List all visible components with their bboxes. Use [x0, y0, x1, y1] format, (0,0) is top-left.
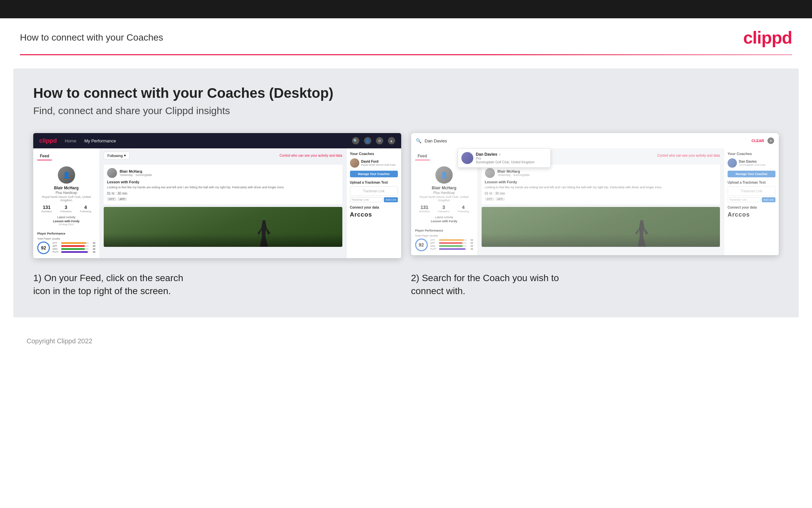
putt-label-1: PUTT — [52, 251, 60, 253]
stat-following-label-1: Following — [80, 210, 91, 213]
clear-btn-2[interactable]: CLEAR — [752, 139, 764, 143]
perf-bars-1: OTT 90 APP 85 — [52, 242, 95, 254]
upload-section-1: Upload a Trackman Test Trackman Link Tra… — [350, 181, 398, 202]
score-circle-1: 92 — [37, 242, 50, 254]
perf-bar-putt-1: PUTT 96 — [52, 251, 95, 253]
settings-icon-1[interactable]: ⚙ — [376, 137, 383, 144]
search-icon-1[interactable]: 🔍 — [352, 137, 359, 144]
app-logo-1: clippd — [39, 137, 57, 144]
app-body-wrapper-2: Dan Davies ✓ Pro Sunningdale Golf Club, … — [411, 149, 779, 255]
lesson-desc-1: Looking to feel like my hands are exitin… — [107, 185, 339, 189]
coach-entry-2: Dan Davies Sunningdale Golf Club — [727, 158, 775, 168]
add-link-row-1: Trackman Link Add Link — [350, 197, 398, 202]
lesson-title-1: Lesson with Fordy — [107, 180, 339, 184]
result-name-row-2: Dan Davies ✓ — [476, 152, 535, 157]
coach-info-2: Blair McHarg Yesterday · Sunningdale — [497, 169, 530, 177]
page-title: How to connect with your Coaches — [20, 32, 163, 43]
app-right-1: Your Coaches David Ford Royal North Devo… — [346, 149, 401, 258]
app-body-1: Feed 👤 Blair McHarg Plus Handicap Royal … — [33, 149, 401, 258]
result-info-2: Dan Davies ✓ Pro Sunningdale Golf Club, … — [476, 152, 535, 164]
arg-label-2: ARG — [430, 245, 438, 247]
coach-avatar-2 — [485, 168, 495, 178]
coach-entry-club-2: Sunningdale Golf Club — [739, 163, 765, 166]
search-icon-2: 🔍 — [416, 138, 422, 143]
result-club-2: Sunningdale Golf Club, United Kingdom — [476, 160, 535, 164]
control-link-1[interactable]: Control who can see your activity and da… — [280, 154, 342, 157]
copyright: Copyright Clippd 2022 — [27, 337, 92, 345]
stat-followers-val-2: 3 — [438, 205, 449, 210]
putt-val-1: 96 — [90, 251, 95, 253]
top-bar — [0, 0, 812, 18]
tag-app-2: APP — [495, 197, 505, 201]
stats-row-2: 131 Activities 3 Followers 4 — [415, 205, 473, 213]
app-header-icons-1: 🔍 👤 ⚙ ▲ — [352, 137, 395, 144]
coach-entry-1: David Ford Royal North Devon Golf Club — [350, 158, 398, 168]
ott-label-1: OTT — [52, 242, 60, 244]
stat-followers-1: 3 Followers — [60, 205, 71, 213]
sidebar-1: Feed 👤 Blair McHarg Plus Handicap Royal … — [33, 149, 100, 258]
manage-coaches-btn-1[interactable]: Manage Your Coaches — [350, 171, 398, 177]
close-btn-2[interactable]: ✕ — [767, 137, 774, 144]
lesson-duration-2: 01 hr : 30 min — [485, 192, 717, 195]
coach-entry-name-1: David Ford — [361, 160, 395, 163]
latest-activity-label-2: Latest Activity — [415, 216, 473, 219]
stat-followers-2: 3 Followers — [438, 205, 449, 213]
coach-card-sub-2: Yesterday · Sunningdale — [497, 173, 530, 177]
following-btn-1[interactable]: Following ▾ — [104, 152, 130, 159]
result-role-2: Pro — [476, 157, 535, 160]
result-item-2: Dan Davies ✓ Pro Sunningdale Golf Club, … — [461, 152, 547, 164]
add-link-btn-1[interactable]: Add Link — [384, 197, 397, 202]
nav-home-1: Home — [65, 138, 77, 143]
stat-activities-label-1: Activities — [42, 210, 52, 213]
player-perf-2: Player Performance Total Player Quality … — [415, 229, 473, 251]
arg-bar-bg-2 — [439, 245, 467, 247]
footer: Copyright Clippd 2022 — [0, 331, 812, 355]
perf-bar-app-1: APP 85 — [52, 245, 95, 247]
arccos-logo-1: Arccos — [350, 211, 398, 218]
ott-bar-fill-2 — [439, 239, 464, 241]
connect-title-2: Connect your data — [727, 206, 775, 209]
putt-bar-bg-1 — [61, 251, 89, 253]
coach-entry-info-1: David Ford Royal North Devon Golf Club — [361, 160, 395, 166]
lesson-image-1 — [104, 207, 342, 247]
arg-bar-bg-1 — [61, 248, 89, 250]
profile-name-2: Blair McHarg — [415, 186, 473, 190]
main-subtitle: Find, connect and share your Clippd insi… — [33, 105, 779, 117]
screenshot-panel-2: clippd 🔍 Dan Davies CLEAR ✕ — [411, 133, 779, 258]
perf-circle-1: 92 OTT 90 APP — [37, 242, 95, 254]
lesson-desc-2: Looking to feel like my hands are exitin… — [485, 185, 717, 189]
profile-section-2: 👤 Blair McHarg Plus Handicap Royal North… — [415, 164, 473, 225]
screenshots-row: clippd Home My Performance 🔍 👤 ⚙ ▲ Feed — [33, 133, 779, 258]
clippd-logo: clippd — [743, 28, 792, 48]
perf-bar-ott-1: OTT 90 — [52, 242, 95, 244]
app-feed-1: Following ▾ Control who can see your act… — [100, 149, 346, 258]
app-header-1: clippd Home My Performance 🔍 👤 ⚙ ▲ — [33, 133, 401, 149]
coaches-title-1: Your Coaches — [350, 152, 398, 156]
search-input-2[interactable]: Dan Davies — [425, 138, 749, 143]
connect-title-1: Connect your data — [350, 206, 398, 209]
app-bar-fill-1 — [61, 245, 85, 247]
caption-1: 1) On your Feed, click on the searchicon… — [33, 271, 401, 297]
following-label-1: Following — [107, 154, 123, 158]
app-header-2: clippd 🔍 Dan Davies CLEAR ✕ — [411, 133, 779, 149]
latest-activity-title-2: Lesson with Fordy — [415, 220, 473, 223]
stat-activities-1: 131 Activities — [42, 205, 52, 213]
search-bar-overlay-2: 🔍 Dan Davies CLEAR ✕ — [411, 133, 779, 149]
perf-bar-ott-2: OTT 90 — [430, 239, 473, 241]
lesson-duration-1: 01 hr : 30 min — [107, 192, 339, 195]
trackman-box-1: Trackman Link — [350, 186, 398, 196]
stat-following-val-2: 4 — [458, 205, 469, 210]
app-bar-bg-1 — [61, 245, 89, 247]
feed-tab-1[interactable]: Feed — [37, 153, 52, 160]
user-icon-1[interactable]: 👤 — [364, 137, 371, 144]
coach-entry-avatar-2 — [727, 158, 737, 168]
caption-2-text: 2) Search for the Coach you wish toconne… — [411, 273, 559, 296]
total-player-quality-2: Total Player Quality — [415, 234, 473, 237]
trackman-input-1[interactable]: Trackman Link — [350, 197, 383, 202]
search-results-2: Dan Davies ✓ Pro Sunningdale Golf Club, … — [458, 149, 551, 168]
main-content: How to connect with your Coaches (Deskto… — [13, 69, 799, 318]
arg-label-1: ARG — [52, 248, 60, 250]
total-player-quality-label-1: Total Player Quality — [37, 237, 95, 240]
tag-ott-1: OTT — [107, 197, 116, 201]
player-perf-title-1: Player Performance — [37, 232, 95, 235]
